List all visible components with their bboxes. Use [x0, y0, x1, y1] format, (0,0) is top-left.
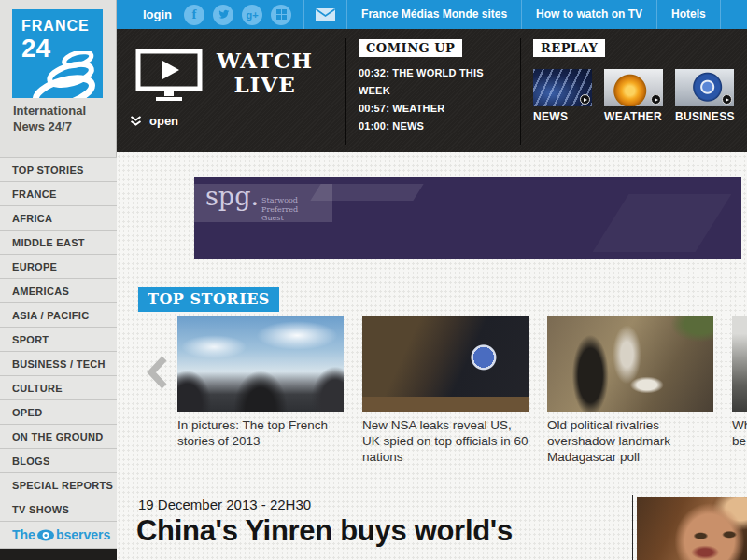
sidebar: FRANCE 24 International News 24/7 TOP ST… [0, 0, 117, 560]
replay-thumbnails: NEWS WEATHER BUSINESS [533, 69, 735, 123]
replay-weather-label: WEATHER [604, 110, 663, 123]
sidebar-item-americas[interactable]: AMERICAS [0, 278, 117, 302]
play-icon[interactable] [651, 94, 661, 105]
sidebar-menu: TOP STORIES FRANCE AFRICA MIDDLE EAST EU… [0, 157, 117, 548]
sidebar-item-top-stories[interactable]: TOP STORIES [0, 157, 117, 181]
business-thumbnail [675, 69, 734, 106]
top-bar: login f g+ France Médias Monde sites How… [117, 0, 747, 29]
story-image [547, 316, 713, 412]
spg-logo-text: spg. [205, 183, 259, 223]
link-france-medias-monde[interactable]: France Médias Monde sites [346, 0, 522, 29]
watch-live-button[interactable]: WATCH LIVE [135, 49, 313, 103]
sidebar-item-blogs[interactable]: BLOGS [0, 448, 117, 472]
news-thumbnail [533, 69, 592, 106]
coming-up-label: COMING UP [359, 39, 462, 57]
schedule-item: 01:00: NEWS [359, 118, 506, 135]
chevron-left-icon [147, 356, 167, 389]
header-divider-1 [345, 38, 346, 145]
schedule-list: 00:32: THE WORLD THIS WEEK 00:57: WEATHE… [359, 64, 506, 135]
login-button[interactable]: login [143, 7, 172, 21]
schedule-item: 00:57: WEATHER [359, 100, 506, 118]
article-headline[interactable]: China's Yinren buys world's [136, 514, 513, 548]
sidebar-item-business-tech[interactable]: BUSINESS / TECH [0, 351, 117, 375]
story-image [177, 316, 344, 412]
apps-grid-icon[interactable] [271, 5, 291, 25]
top-stories-heading: TOP STORIES [138, 287, 279, 312]
replay-news-label: NEWS [533, 110, 592, 123]
sidebar-item-france[interactable]: FRANCE [0, 181, 117, 205]
double-chevron-down-icon [130, 116, 142, 126]
watch-live-label: WATCH LIVE [217, 49, 313, 103]
observers-label-the: The [12, 527, 35, 542]
twitter-icon[interactable] [213, 5, 233, 25]
weather-thumbnail [604, 69, 663, 106]
france24-logo[interactable]: FRANCE 24 [12, 9, 103, 98]
tv-screen-icon [135, 49, 204, 103]
sidebar-footer-strip [0, 548, 117, 560]
brand-tagline: International News 24/7 [13, 103, 86, 134]
play-icon[interactable] [580, 94, 590, 105]
story-card-madagascar-poll[interactable]: Old political rivalries overshadow landm… [547, 316, 713, 465]
story-caption: New NSA leaks reveal US, UK spied on top… [362, 417, 529, 465]
story-image [362, 316, 529, 412]
article-divider [632, 495, 633, 560]
spg-brand-lines: Starwood Preferred Guest [261, 196, 298, 223]
related-article-image[interactable] [637, 497, 747, 560]
sidebar-item-europe[interactable]: EUROPE [0, 254, 117, 278]
observers-eye-icon [36, 528, 55, 542]
story-caption: Old political rivalries overshadow landm… [547, 417, 713, 465]
sidebar-item-asia-pacific[interactable]: ASIA / PACIFIC [0, 302, 117, 327]
link-hotels[interactable]: Hotels [657, 0, 721, 29]
logo-text-france: FRANCE [21, 18, 90, 35]
topbar-divider [303, 0, 304, 29]
spg-ad-banner[interactable]: spg. Starwood Preferred Guest [194, 177, 741, 259]
sidebar-item-special-reports[interactable]: SPECIAL REPORTS [0, 472, 117, 497]
open-toggle[interactable]: open [130, 114, 178, 128]
sidebar-item-middle-east[interactable]: MIDDLE EAST [0, 230, 117, 254]
replay-weather[interactable]: WEATHER [604, 69, 663, 123]
sidebar-item-on-the-ground[interactable]: ON THE GROUND [0, 424, 117, 448]
sidebar-item-tv-shows[interactable]: TV SHOWS [0, 497, 117, 521]
sidebar-item-the-observers[interactable]: The bservers [0, 521, 117, 548]
story-image [732, 316, 747, 412]
sidebar-item-sport[interactable]: SPORT [0, 327, 117, 351]
france24-swirl-icon [28, 51, 103, 98]
replay-news[interactable]: NEWS [533, 69, 592, 123]
replay-business-label: BUSINESS [675, 110, 735, 123]
story-caption: In pictures: The top French stories of 2… [177, 417, 344, 449]
replay-business[interactable]: BUSINESS [675, 69, 735, 123]
sidebar-item-culture[interactable]: CULTURE [0, 375, 117, 399]
spg-logo: spg. Starwood Preferred Guest [205, 183, 298, 223]
replay-section: REPLAY NEWS WEATHER BUSINESS [533, 39, 735, 123]
coming-up-section: COMING UP 00:32: THE WORLD THIS WEEK 00:… [359, 39, 517, 135]
play-icon[interactable] [722, 94, 732, 105]
link-how-to-watch-tv[interactable]: How to watch on TV [522, 0, 657, 29]
facebook-icon[interactable]: f [184, 5, 204, 25]
live-header: WATCH LIVE open COMING UP 00:32: THE WOR… [117, 29, 747, 152]
story-card-nsa-leaks[interactable]: New NSA leaks reveal US, UK spied on top… [362, 316, 529, 465]
story-card-french-2013[interactable]: In pictures: The top French stories of 2… [177, 316, 344, 449]
main-content: spg. Starwood Preferred Guest TOP STORIE… [117, 152, 747, 560]
schedule-item: 00:32: THE WORLD THIS WEEK [359, 64, 506, 100]
story-caption: Wh be [732, 417, 747, 449]
sidebar-item-oped[interactable]: OPED [0, 399, 117, 424]
sidebar-item-africa[interactable]: AFRICA [0, 205, 117, 230]
article-date: 19 December 2013 - 22H30 [138, 497, 311, 512]
replay-label: REPLAY [533, 39, 605, 57]
mail-icon[interactable] [316, 8, 335, 21]
story-card-partial[interactable]: Wh be [732, 316, 747, 449]
header-divider-2 [520, 38, 521, 145]
googleplus-icon[interactable]: g+ [242, 5, 262, 25]
open-label: open [149, 114, 178, 128]
observers-label-bservers: bservers [56, 527, 110, 542]
carousel-prev-button[interactable] [147, 356, 167, 393]
